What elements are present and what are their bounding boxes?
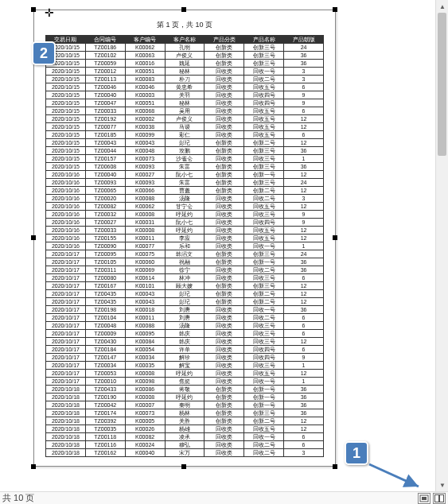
table-cell: 回收类 bbox=[205, 76, 244, 83]
table-cell: 6 bbox=[284, 107, 324, 115]
table-cell: 回收五号 bbox=[244, 227, 284, 235]
scroll-track[interactable] bbox=[436, 13, 448, 479]
table-cell: 回收类 bbox=[205, 266, 244, 274]
selection-handle[interactable] bbox=[333, 235, 337, 240]
table-cell: 2020/10/17 bbox=[46, 258, 86, 266]
table-cell: TZ00157 bbox=[85, 155, 125, 163]
table-row: 2020/10/16TZ00033K00008呼延灼回收类回收五号12 bbox=[46, 227, 324, 235]
table-row: 2020/10/17TZ00147K00034解珍回收类回收四号9 bbox=[46, 354, 324, 362]
table-cell: 创新类 bbox=[205, 250, 244, 258]
selection-handle[interactable] bbox=[181, 7, 186, 12]
table-cell: 解宝 bbox=[165, 362, 205, 370]
table-cell: 穆弘 bbox=[165, 441, 205, 449]
table-cell: 12 bbox=[284, 282, 324, 290]
table-cell: 关羽 bbox=[165, 91, 205, 99]
table-cell: K00077 bbox=[125, 242, 165, 250]
table-cell: 2020/10/16 bbox=[46, 211, 86, 219]
table-cell: K00007 bbox=[125, 401, 165, 409]
table-cell: 甘宁仑 bbox=[165, 203, 205, 211]
table-cell: TZ00116 bbox=[85, 441, 125, 449]
view-mode-multi-button[interactable] bbox=[433, 493, 446, 504]
table-cell: 3 bbox=[284, 68, 324, 76]
selection-handle[interactable] bbox=[333, 464, 337, 469]
table-cell: 创新类 bbox=[205, 171, 244, 179]
table-row: 2020/10/16TZ00065K00066曹盖创新类创新二号12 bbox=[46, 187, 324, 195]
table-cell: 创新类 bbox=[205, 409, 244, 417]
table-row: 2020/10/17TZ00435K00043彭玘创新类创新二号12 bbox=[46, 290, 324, 298]
svg-rect-4 bbox=[440, 494, 444, 502]
table-cell: 2020/10/17 bbox=[46, 338, 86, 346]
table-row: 2020/10/15TZ00077K00038马谡回收类回收五号12 bbox=[46, 123, 324, 131]
table-cell: 回收二号 bbox=[244, 195, 284, 203]
table-cell: 2020/10/17 bbox=[46, 290, 86, 298]
table-cell: K00101 bbox=[125, 282, 165, 290]
table-cell: 9 bbox=[284, 219, 324, 227]
table-cell: 24 bbox=[284, 179, 324, 187]
table-cell: 呼延灼 bbox=[165, 211, 205, 219]
table-cell: 12 bbox=[284, 227, 324, 235]
table-cell: 朱富 bbox=[165, 179, 205, 187]
table-cell: 汤隆 bbox=[165, 322, 205, 330]
scroll-down-arrow[interactable]: ▼ bbox=[436, 479, 448, 491]
col-header: 产品朝版 bbox=[284, 36, 324, 44]
table-cell: K00011 bbox=[125, 314, 165, 322]
table-row: 2020/10/18TZ00174K00073杨林创新类创新三号36 bbox=[46, 409, 324, 417]
scroll-up-arrow[interactable]: ▲ bbox=[436, 0, 448, 13]
table-cell: 回收类 bbox=[205, 441, 244, 449]
col-header: 客户编号 bbox=[125, 36, 165, 44]
table-cell: K00008 bbox=[125, 227, 165, 235]
table-cell: 36 bbox=[284, 306, 324, 314]
selection-handle[interactable] bbox=[31, 7, 36, 12]
table-cell: K00054 bbox=[125, 346, 165, 354]
table-cell: K00084 bbox=[125, 338, 165, 346]
table-cell: K00073 bbox=[125, 155, 165, 163]
table-cell: 36 bbox=[284, 409, 324, 417]
table-row: 2020/10/17TZ00430K00084韩庆回收类回收三号12 bbox=[46, 338, 324, 346]
selection-handle[interactable] bbox=[31, 464, 36, 469]
table-cell: K00016 bbox=[125, 60, 165, 68]
selection-handle[interactable] bbox=[333, 7, 337, 12]
print-preview-canvas: 第 1 页，共 10 页 交易日期合同编号客户编号客户名称产品分类产品名称产品朝… bbox=[0, 0, 435, 491]
table-cell: 回收五号 bbox=[244, 425, 284, 433]
table-row: 2020/10/17TZ00167K00101顾大嫂创新类创新三号12 bbox=[46, 282, 324, 290]
table-cell: 2020/10/16 bbox=[46, 227, 86, 235]
table-cell: K00088 bbox=[125, 195, 165, 203]
table-cell: 凌承 bbox=[165, 433, 205, 441]
table-cell: 徐宁 bbox=[165, 266, 205, 274]
table-cell: 2020/10/15 bbox=[46, 107, 86, 115]
table-cell: 马谡 bbox=[165, 123, 205, 131]
table-cell: K00008 bbox=[125, 211, 165, 219]
table-cell: 12 bbox=[284, 290, 324, 298]
svg-rect-2 bbox=[422, 497, 427, 500]
table-cell: 2020/10/17 bbox=[46, 250, 86, 258]
table-cell: 回收类 bbox=[205, 314, 244, 322]
table-cell: 36 bbox=[284, 401, 324, 409]
table-cell: 回收五号 bbox=[244, 235, 284, 242]
table-cell: 2020/10/17 bbox=[46, 322, 86, 330]
table-cell: 彭玘 bbox=[165, 139, 205, 147]
scroll-thumb[interactable] bbox=[438, 13, 446, 156]
table-row: 2020/10/16TZ00020K00088汤隆回收类回收二号3 bbox=[46, 195, 324, 203]
table-cell: 魏延 bbox=[165, 60, 205, 68]
table-cell: 2020/10/18 bbox=[46, 441, 86, 449]
table-cell: K00075 bbox=[125, 250, 165, 258]
table-cell: 回收三号 bbox=[244, 155, 284, 163]
table-cell: 回收四号 bbox=[244, 346, 284, 354]
table-cell: K00011 bbox=[125, 235, 165, 242]
table-cell: 回收四号 bbox=[244, 91, 284, 99]
table-cell: TZ00065 bbox=[85, 187, 125, 195]
selection-handle[interactable] bbox=[31, 235, 36, 240]
vertical-scrollbar[interactable]: ▲ ▼ bbox=[435, 0, 448, 491]
view-mode-single-button[interactable] bbox=[418, 493, 430, 504]
selection-handle[interactable] bbox=[181, 464, 186, 469]
table-cell: 回收类 bbox=[205, 211, 244, 219]
table-cell: 回收类 bbox=[205, 330, 244, 338]
table-cell: 呼延灼 bbox=[165, 370, 205, 378]
table-cell: 阮小七 bbox=[165, 219, 205, 227]
table-cell: 蒋敬 bbox=[165, 386, 205, 394]
table-cell: 回收类 bbox=[205, 131, 244, 139]
table-cell: 回收五号 bbox=[244, 83, 284, 91]
table-cell: K00060 bbox=[125, 258, 165, 266]
table-row: 2020/10/15TZ00044K00048攻鹏创新类创新三号36 bbox=[46, 147, 324, 155]
table-cell: 12 bbox=[284, 203, 324, 211]
